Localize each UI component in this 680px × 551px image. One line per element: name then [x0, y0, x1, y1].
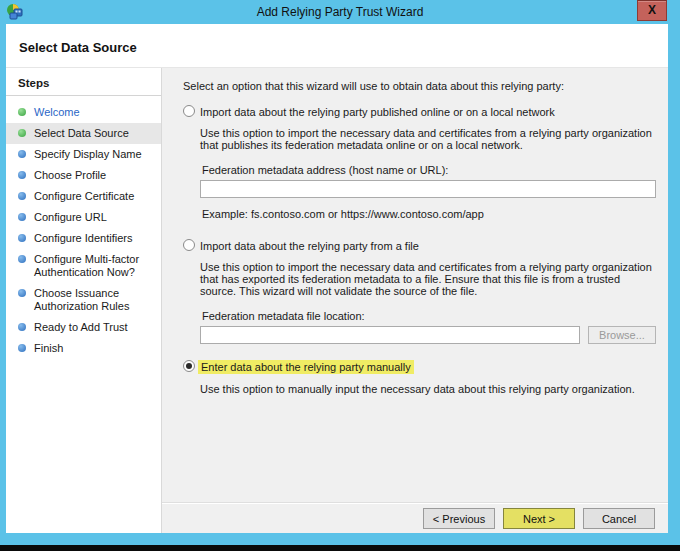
step-todo-bullet-icon [18, 192, 26, 200]
enter-manually-description: Use this option to manually input the ne… [200, 383, 658, 395]
intro-text: Select an option that this wizard will u… [183, 80, 658, 92]
sidebar-step-configure-identifiers: Configure Identifiers [6, 228, 161, 249]
import-file-radio[interactable] [183, 239, 195, 251]
cancel-button[interactable]: Cancel [583, 508, 655, 529]
browse-button[interactable]: Browse... [588, 326, 656, 344]
sidebar-step-configure-mfa: Configure Multi-factor Authentication No… [6, 249, 161, 283]
step-todo-bullet-icon [18, 213, 26, 221]
steps-sidebar: Steps Welcome Select Data Source Specify… [6, 68, 162, 533]
close-button[interactable]: X [637, 0, 667, 21]
sidebar-step-choose-profile: Choose Profile [6, 165, 161, 186]
import-file-label[interactable]: Import data about the relying party from… [200, 239, 419, 252]
metadata-address-input[interactable] [200, 180, 656, 198]
step-todo-bullet-icon [18, 289, 26, 297]
main-panel: Select an option that this wizard will u… [162, 68, 668, 533]
previous-button[interactable]: < Previous [423, 508, 495, 529]
metadata-address-label: Federation metadata address (host name o… [202, 164, 658, 176]
step-done-bullet-icon [18, 129, 26, 137]
title-bar: Add Relying Party Trust Wizard X [0, 0, 680, 24]
option-enter-manually: Enter data about the relying party manua… [183, 360, 658, 395]
steps-heading: Steps [6, 68, 161, 96]
page-title: Select Data Source [19, 40, 137, 55]
page-header: Select Data Source [6, 24, 668, 68]
sidebar-step-issuance-rules: Choose Issuance Authorization Rules [6, 283, 161, 317]
metadata-file-label: Federation metadata file location: [202, 310, 658, 322]
import-online-radio[interactable] [183, 105, 195, 117]
wizard-footer: < Previous Next > Cancel [162, 502, 668, 533]
sidebar-step-configure-url: Configure URL [6, 207, 161, 228]
step-todo-bullet-icon [18, 150, 26, 158]
import-online-description: Use this option to import the necessary … [200, 127, 658, 151]
step-todo-bullet-icon [18, 255, 26, 263]
adfs-app-icon [6, 3, 24, 21]
window-title: Add Relying Party Trust Wizard [0, 5, 680, 19]
step-todo-bullet-icon [18, 323, 26, 331]
next-button[interactable]: Next > [503, 508, 575, 529]
import-online-label[interactable]: Import data about the relying party publ… [200, 105, 555, 118]
step-done-bullet-icon [18, 108, 26, 116]
steps-list: Welcome Select Data Source Specify Displ… [6, 96, 161, 359]
wizard-window: Add Relying Party Trust Wizard X Select … [0, 0, 680, 551]
step-todo-bullet-icon [18, 234, 26, 242]
step-todo-bullet-icon [18, 171, 26, 179]
screen-bottom-edge [0, 545, 680, 551]
enter-manually-radio[interactable] [183, 360, 195, 372]
option-import-online: Import data about the relying party publ… [183, 105, 658, 220]
metadata-address-example: Example: fs.contoso.com or https://www.c… [202, 208, 658, 220]
sidebar-step-finish: Finish [6, 338, 161, 359]
step-todo-bullet-icon [18, 344, 26, 352]
wizard-dialog: Select Data Source Steps Welcome Select … [6, 24, 668, 533]
sidebar-step-configure-certificate: Configure Certificate [6, 186, 161, 207]
sidebar-step-specify-display-name: Specify Display Name [6, 144, 161, 165]
sidebar-step-select-data-source: Select Data Source [6, 123, 161, 144]
metadata-file-input[interactable] [200, 326, 580, 344]
import-file-description: Use this option to import the necessary … [200, 261, 658, 297]
enter-manually-label[interactable]: Enter data about the relying party manua… [198, 360, 414, 374]
option-import-file: Import data about the relying party from… [183, 239, 658, 344]
sidebar-step-ready-to-add-trust: Ready to Add Trust [6, 317, 161, 338]
sidebar-step-welcome: Welcome [6, 102, 161, 123]
